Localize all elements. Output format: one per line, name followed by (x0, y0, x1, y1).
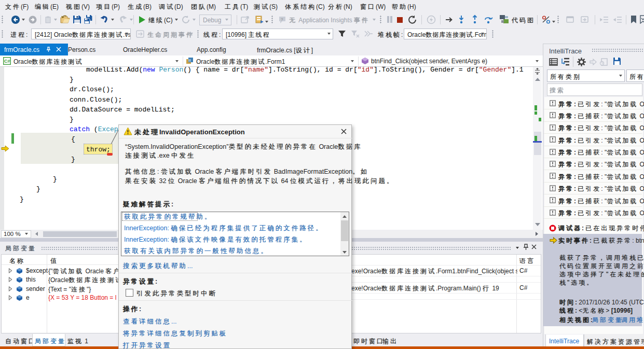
svg-text:C#: C# (4, 59, 10, 64)
svg-text:?: ? (281, 17, 283, 22)
